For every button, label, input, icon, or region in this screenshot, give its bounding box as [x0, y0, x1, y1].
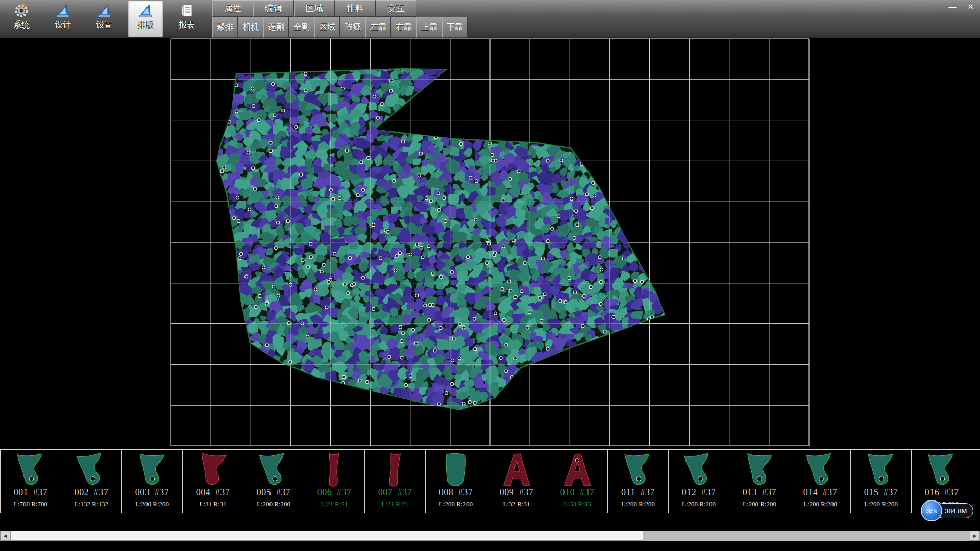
- piece-name: 012_#37: [682, 487, 716, 497]
- piece-tile[interactable]: 005_#37L:200 R:200: [243, 450, 304, 513]
- nesting-canvas[interactable]: [0, 38, 980, 449]
- piece-thumbnail: [863, 452, 899, 488]
- piece-thumbnail: [134, 452, 170, 488]
- piece-lr-count: L:700 R:700: [14, 500, 47, 508]
- piece-tile[interactable]: 002_#37L:132 R:132: [61, 450, 122, 513]
- piece-tile[interactable]: 003_#37L:200 R:200: [121, 450, 183, 513]
- scroll-left-arrow[interactable]: ◄: [0, 531, 10, 541]
- menu-button-3[interactable]: 排料: [335, 0, 376, 17]
- piece-name: 008_#37: [439, 487, 473, 497]
- piece-thumbnail: [923, 452, 960, 488]
- horizontal-scrollbar[interactable]: ◄ ►: [0, 531, 980, 541]
- piece-lr-count: L:200 R:200: [135, 500, 169, 508]
- app-buttons: 系统设计设置排版报表: [0, 0, 204, 38]
- tool-button-4[interactable]: 区域: [314, 17, 340, 38]
- piece-thumbnail: [316, 452, 353, 488]
- app-button-label: 报表: [179, 20, 195, 31]
- piece-name: 013_#37: [743, 487, 777, 497]
- close-button[interactable]: ✕: [964, 2, 977, 12]
- tool-button-9[interactable]: 下靠: [442, 17, 468, 38]
- piece-lr-count: L:32 R:31: [503, 500, 530, 508]
- piece-tile[interactable]: 009_#37L:32 R:31: [486, 450, 547, 513]
- tool-button-0[interactable]: 聚排: [212, 17, 238, 38]
- menu-button-0[interactable]: 属性: [212, 0, 253, 17]
- app-button-label: 系统: [13, 20, 30, 31]
- report-icon: [179, 3, 195, 19]
- piece-tile[interactable]: 011_#37L:200 R:200: [607, 450, 669, 513]
- piece-lr-count: L:200 R:200: [682, 500, 716, 508]
- piece-lr-count: L:200 R:200: [439, 500, 473, 508]
- piece-tile[interactable]: 001_#37L:700 R:700: [0, 450, 61, 513]
- nesting-icon: [137, 3, 154, 19]
- tool-button-7[interactable]: 右靠: [391, 17, 416, 38]
- tool-button-5[interactable]: 瑕疵: [340, 17, 365, 38]
- piece-name: 002_#37: [75, 487, 109, 497]
- piece-tile[interactable]: 010_#37L:33 R:33: [547, 450, 608, 513]
- piece-thumbnail: [194, 452, 231, 488]
- ribbon: 系统设计设置排版报表 属性编辑区域排料交互 聚排相机选割全割区域瑕疵左靠右靠上靠…: [0, 0, 980, 38]
- piece-name: 009_#37: [500, 487, 534, 497]
- piece-name: 007_#37: [378, 487, 412, 497]
- piece-thumbnail: [559, 452, 596, 488]
- piece-lr-count: L:31 R:31: [199, 500, 226, 508]
- menu-column: 属性编辑区域排料交互 聚排相机选割全割区域瑕疵左靠右靠上靠下靠: [212, 0, 468, 38]
- piece-thumbnail: [12, 452, 49, 488]
- piece-name: 003_#37: [135, 487, 169, 497]
- menu-button-4[interactable]: 交互: [376, 0, 416, 17]
- progress-circle: 38%: [922, 501, 941, 520]
- piece-name: 010_#37: [560, 487, 595, 497]
- scroll-thumb[interactable]: [10, 531, 643, 541]
- system-gear-icon: [13, 3, 30, 19]
- piece-name: 016_#37: [925, 487, 959, 497]
- piece-name: 005_#37: [257, 487, 291, 497]
- piece-name: 011_#37: [621, 487, 655, 497]
- design-icon: [55, 3, 71, 19]
- piece-name: 015_#37: [864, 487, 898, 497]
- piece-tile[interactable]: 012_#37L:200 R:200: [668, 450, 729, 513]
- scroll-right-arrow[interactable]: ►: [970, 531, 980, 541]
- settings-icon: [96, 3, 112, 19]
- piece-lr-count: L:21 R:21: [321, 500, 348, 508]
- menu-button-1[interactable]: 编辑: [253, 0, 294, 17]
- app-button-label: 设计: [55, 20, 71, 31]
- status-badge: 38% 384.8M: [922, 501, 973, 520]
- app-button-label: 排版: [137, 20, 154, 31]
- piece-thumbnail: [741, 452, 778, 488]
- window-controls: — ✕: [945, 2, 977, 12]
- piece-thumbnail: [73, 452, 110, 488]
- nesting-canvas-svg: [0, 38, 980, 449]
- piece-lr-count: L:33 R:33: [564, 500, 591, 508]
- piece-name: 004_#37: [196, 487, 230, 497]
- piece-thumbnail: [437, 452, 474, 488]
- piece-tile[interactable]: 014_#37L:200 R:200: [790, 450, 851, 513]
- piece-thumbnail: [255, 452, 292, 488]
- app-button-2[interactable]: 设置: [87, 1, 121, 37]
- piece-lr-count: L:200 R:200: [621, 500, 655, 508]
- app-button-0[interactable]: 系统: [4, 1, 39, 37]
- piece-name: 006_#37: [317, 487, 352, 497]
- piece-thumbnail: [498, 452, 535, 488]
- piece-lr-count: L:200 R:200: [864, 500, 898, 508]
- app-button-3[interactable]: 排版: [128, 1, 163, 37]
- piece-tile[interactable]: 004_#37L:31 R:31: [182, 450, 243, 513]
- piece-thumbnail: [620, 452, 656, 488]
- piece-lr-count: L:200 R:200: [257, 500, 290, 508]
- tool-button-8[interactable]: 上靠: [416, 17, 442, 38]
- tool-button-1[interactable]: 相机: [238, 17, 263, 38]
- piece-tile[interactable]: 008_#37L:200 R:200: [425, 450, 486, 513]
- tool-button-6[interactable]: 左靠: [365, 17, 391, 38]
- tool-button-3[interactable]: 全割: [289, 17, 314, 38]
- app-button-4[interactable]: 报表: [169, 1, 204, 37]
- minimize-button[interactable]: —: [945, 2, 959, 12]
- tool-button-2[interactable]: 选割: [263, 17, 289, 38]
- piece-tile[interactable]: 006_#37L:21 R:21: [304, 450, 365, 513]
- app-button-1[interactable]: 设计: [45, 1, 80, 37]
- piece-name: 001_#37: [14, 487, 48, 497]
- piece-tile[interactable]: 013_#37L:200 R:200: [729, 450, 790, 513]
- piece-tile[interactable]: 015_#37L:200 R:200: [850, 450, 912, 513]
- menu-row: 属性编辑区域排料交互: [212, 0, 468, 17]
- piece-lr-count: L:132 R:132: [75, 500, 108, 508]
- menu-button-2[interactable]: 区域: [294, 0, 335, 17]
- app-button-label: 设置: [96, 20, 112, 31]
- piece-tile[interactable]: 007_#37L:21 R:21: [364, 450, 426, 513]
